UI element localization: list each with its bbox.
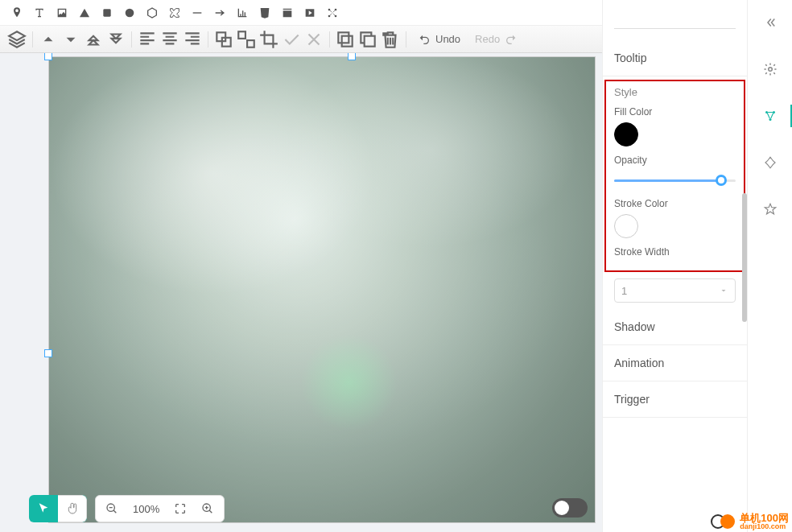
svg-rect-2 [193, 12, 202, 13]
align-left-icon[interactable] [137, 29, 158, 50]
stroke-color-label: Stroke Color [614, 198, 736, 209]
copy-icon[interactable] [357, 29, 378, 50]
properties-panel: Tooltip Style Fill Color Opacity Stroke … [602, 0, 747, 532]
svg-point-19 [769, 118, 771, 121]
clone-icon[interactable] [335, 29, 356, 50]
fill-color-swatch[interactable] [614, 122, 638, 146]
bring-forward-icon[interactable] [38, 29, 59, 50]
fill-color-label: Fill Color [614, 106, 736, 118]
ungroup-icon[interactable] [236, 29, 257, 50]
cube-icon[interactable] [142, 2, 163, 23]
undo-button[interactable]: Undo [411, 33, 467, 46]
svg-rect-10 [247, 40, 254, 47]
shadow-section-header[interactable]: Shadow [603, 309, 747, 345]
bring-front-icon[interactable] [83, 29, 104, 50]
tooltip-section-header[interactable]: Tooltip [603, 40, 747, 76]
crop-icon[interactable] [258, 29, 279, 50]
polygon-icon[interactable] [164, 2, 185, 23]
watermark: 单机100网 danji100.com [711, 513, 789, 530]
expand-icon[interactable] [756, 8, 785, 37]
line-icon[interactable] [187, 2, 208, 23]
selection-handle[interactable] [44, 349, 52, 357]
zoom-out-button[interactable] [101, 497, 123, 520]
video-icon[interactable] [299, 2, 320, 23]
svg-rect-12 [342, 35, 353, 46]
selection-handle[interactable] [348, 53, 356, 60]
stroke-width-label: Stroke Width [614, 246, 736, 258]
redo-button: Redo [468, 33, 524, 46]
node-settings-tab-icon[interactable] [756, 101, 785, 130]
layers-icon[interactable] [6, 29, 27, 50]
url-input[interactable] [614, 6, 736, 29]
confirm-icon[interactable] [281, 29, 302, 50]
panel-icon[interactable] [277, 2, 298, 23]
settings-tab-icon[interactable] [756, 55, 785, 84]
undo-label: Undo [435, 33, 460, 45]
nodes-icon[interactable] [322, 2, 343, 23]
svg-rect-0 [103, 9, 110, 16]
style-section: Style Fill Color Opacity Stroke Color St… [604, 80, 745, 272]
marker-icon[interactable] [6, 2, 27, 23]
watermark-icon [711, 514, 735, 529]
style-section-title: Style [614, 86, 736, 98]
arrow-icon[interactable] [209, 2, 230, 23]
canvas-image[interactable] [48, 56, 596, 523]
svg-point-1 [126, 8, 134, 17]
pan-mode-button[interactable] [58, 495, 87, 522]
send-backward-icon[interactable] [60, 29, 81, 50]
align-center-icon[interactable] [159, 29, 180, 50]
selection-handle[interactable] [44, 53, 52, 60]
square-icon[interactable] [97, 2, 118, 23]
text-icon[interactable] [29, 2, 50, 23]
send-back-icon[interactable] [105, 29, 126, 50]
svg-rect-9 [238, 31, 245, 39]
trigger-section-header[interactable]: Trigger [603, 381, 747, 418]
star-tab-icon[interactable] [756, 195, 785, 224]
opacity-label: Opacity [614, 155, 736, 166]
delete-icon[interactable] [380, 29, 401, 50]
chart-icon[interactable] [232, 2, 253, 23]
image-icon[interactable] [52, 2, 72, 23]
zoom-level: 100% [128, 503, 164, 515]
zoom-in-button[interactable] [196, 497, 219, 520]
preview-toggle[interactable] [552, 498, 588, 518]
animation-section-header[interactable]: Animation [603, 345, 747, 381]
fit-screen-button[interactable] [169, 497, 192, 520]
opacity-slider[interactable] [614, 171, 736, 190]
canvas-area[interactable]: 100% [0, 53, 602, 532]
svg-rect-13 [365, 35, 375, 46]
html-icon[interactable] [254, 2, 275, 23]
select-mode-button[interactable] [29, 495, 58, 522]
triangle-icon[interactable] [74, 2, 95, 23]
svg-rect-11 [338, 32, 349, 43]
cancel-icon[interactable] [303, 29, 324, 50]
stroke-color-swatch[interactable] [614, 214, 638, 238]
right-tab-strip [747, 0, 792, 532]
align-right-icon[interactable] [182, 29, 203, 50]
svg-point-16 [768, 68, 772, 72]
branch-tab-icon[interactable] [756, 148, 785, 177]
group-icon[interactable] [213, 29, 234, 50]
redo-label: Redo [475, 33, 500, 45]
stroke-width-input[interactable]: 1 [614, 278, 736, 303]
chevron-down-icon [719, 286, 728, 295]
circle-icon[interactable] [119, 2, 140, 23]
